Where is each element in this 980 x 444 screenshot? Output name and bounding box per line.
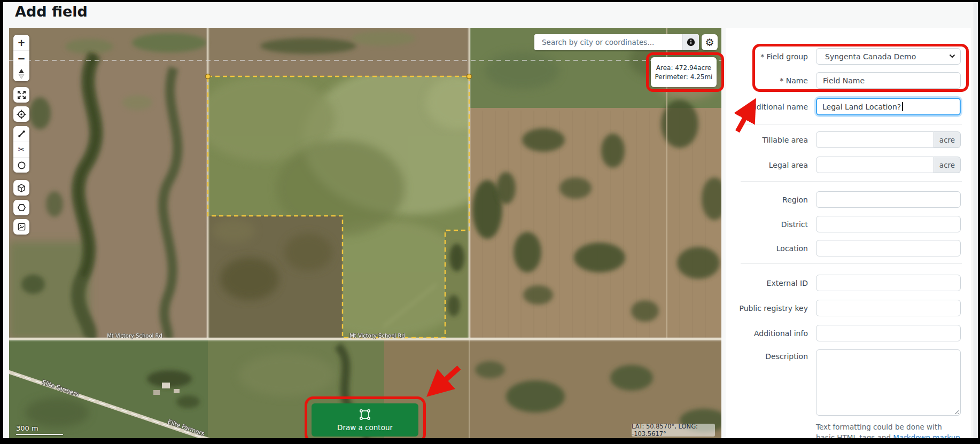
3d-view-button[interactable] <box>13 180 29 196</box>
search-info-button[interactable] <box>682 34 699 50</box>
name-label: * Name <box>726 76 808 85</box>
field-group-select[interactable]: Syngenta Canada Demo <box>816 48 961 65</box>
page-scrollbar[interactable] <box>974 2 978 438</box>
additional-info-input[interactable] <box>816 325 961 341</box>
form-row-additional-name: Additional name Legal Land Location? <box>726 98 971 115</box>
region-input[interactable] <box>816 191 961 208</box>
markdown-markup-link[interactable]: Markdown markup <box>893 433 960 442</box>
legal-area-input[interactable] <box>816 157 934 173</box>
additional-name-value: Legal Land Location? <box>822 103 901 111</box>
page-title: Add field <box>15 3 88 20</box>
map-scale: 300 m <box>16 424 63 435</box>
circle-icon <box>17 161 26 170</box>
measure-icon <box>17 129 26 138</box>
location-label: Location <box>726 244 808 253</box>
form-row-field-group: * Field group Syngenta Canada Demo <box>726 48 971 65</box>
form-row-additional-info: Additional info <box>726 325 971 341</box>
map-canvas[interactable]: Mt Victory School Rd Mt Victory School R… <box>9 28 721 438</box>
perimeter-value: Perimeter: 4.25mi <box>655 73 713 81</box>
compass-button[interactable] <box>13 66 29 81</box>
zoom-out-button[interactable]: − <box>13 50 29 66</box>
locate-icon <box>17 110 26 119</box>
hexagon-tool-button[interactable] <box>13 200 29 215</box>
scale-label: 300 m <box>16 424 38 432</box>
formatting-hint: Text formatting could be done with basic… <box>816 422 961 443</box>
tillable-area-unit: acre <box>934 131 961 148</box>
gear-icon: ⚙ <box>705 37 714 48</box>
name-input[interactable] <box>816 72 961 89</box>
form-divider <box>741 124 962 125</box>
cursor-coordinates: LAT: 50.8570°, LONG: -103.5617° <box>632 424 715 437</box>
legal-area-label: Legal area <box>726 161 808 169</box>
district-label: District <box>726 220 808 229</box>
map-search-input[interactable] <box>534 34 682 50</box>
map-search <box>534 34 699 50</box>
form-row-public-registry-key: Public registry key <box>726 300 971 316</box>
annotation-arrow-draw-button <box>407 363 466 409</box>
circle-tool-button[interactable] <box>13 157 29 173</box>
form-divider <box>741 181 962 182</box>
legal-area-unit: acre <box>934 157 961 173</box>
area-value: Area: 472.94acre <box>656 64 711 72</box>
road-label: Mt Victory School Rd <box>349 333 405 339</box>
map-toolbar: + − <box>13 35 29 235</box>
contour-vertex <box>206 74 211 79</box>
measure-button[interactable] <box>13 126 29 142</box>
form-row-name: * Name <box>726 72 971 89</box>
field-group-label: * Field group <box>726 52 808 61</box>
hexagon-icon <box>17 203 26 212</box>
info-icon <box>687 38 695 46</box>
contour-vertex <box>467 74 472 79</box>
additional-name-input[interactable]: Legal Land Location? <box>816 98 961 115</box>
public-registry-key-label: Public registry key <box>726 304 808 313</box>
public-registry-key-input[interactable] <box>816 300 961 316</box>
road-label: Mt Victory School Rd <box>107 333 162 339</box>
form-row-legal-area: Legal area acre <box>726 157 971 173</box>
field-group-value: Syngenta Canada Demo <box>825 52 916 61</box>
fullscreen-icon <box>17 90 26 99</box>
form-row-tillable-area: Tillable area acre <box>726 131 971 148</box>
compass-icon <box>18 68 25 79</box>
additional-name-label: Additional name <box>726 103 808 111</box>
tillable-area-input[interactable] <box>816 131 934 148</box>
map-settings-button[interactable]: ⚙ <box>702 34 718 50</box>
cube-icon <box>17 183 26 193</box>
form-row-external-id: External ID <box>726 275 971 291</box>
tillable-area-label: Tillable area <box>726 136 808 144</box>
minus-icon: − <box>17 53 25 64</box>
page: Add field <box>0 0 980 444</box>
form-row-district: District <box>726 216 971 232</box>
description-textarea[interactable] <box>816 349 961 416</box>
description-label: Description <box>726 349 808 361</box>
formatting-hint-text: Text formatting could be done with basic… <box>816 423 942 442</box>
region-label: Region <box>726 196 808 204</box>
form-row-region: Region <box>726 191 971 208</box>
form-row-location: Location <box>726 240 971 256</box>
form-divider <box>741 263 962 264</box>
plus-icon: + <box>17 37 25 48</box>
satellite-imagery: Mt Victory School Rd Mt Victory School R… <box>9 28 721 438</box>
add-field-form-panel: * Field group Syngenta Canada Demo * Nam… <box>726 28 971 438</box>
form-row-description: Description <box>726 349 971 418</box>
scissors-icon: ✂ <box>18 145 25 154</box>
external-id-label: External ID <box>726 279 808 287</box>
detect-shape-icon <box>17 222 26 231</box>
locate-button[interactable] <box>13 106 29 122</box>
fullscreen-button[interactable] <box>13 87 29 103</box>
location-input[interactable] <box>816 240 961 256</box>
cut-button[interactable]: ✂ <box>13 142 29 157</box>
chevron-down-icon <box>949 54 955 58</box>
area-perimeter-tooltip: Area: 472.94acre Perimeter: 4.25mi <box>651 57 717 87</box>
external-id-input[interactable] <box>816 275 961 291</box>
zoom-in-button[interactable]: + <box>13 35 29 50</box>
detect-shape-button[interactable] <box>13 219 29 235</box>
district-input[interactable] <box>816 216 961 232</box>
additional-info-label: Additional info <box>726 329 808 338</box>
text-cursor <box>902 102 903 111</box>
scale-bar <box>16 434 63 435</box>
